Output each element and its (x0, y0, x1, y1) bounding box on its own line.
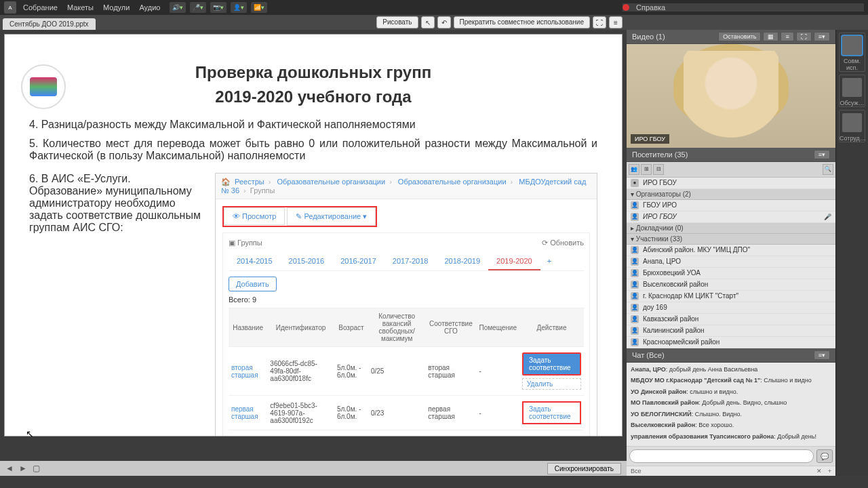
layout-sidebar: Совм. исп. Обсуж… Сотруд… (835, 30, 868, 476)
stop-share-button[interactable]: Прекратить совместное использование (454, 16, 591, 28)
list-item[interactable]: 👤Абинский район. МКУ "ИМЦ ДПО" (627, 245, 835, 256)
speaker-icon[interactable]: 🔊▾ (170, 2, 186, 13)
menu-modules[interactable]: Модули (103, 3, 130, 12)
table-row: вторая старшая 36066cf5-dc85-49fa-80df-a… (229, 347, 584, 396)
chat-scope-label[interactable]: Все (631, 468, 642, 474)
slide: Проверка дошкольных групп 2019-2020 учеб… (4, 34, 623, 436)
slide-navbar: ◄ ► ▢ Синхронизировать (0, 461, 627, 476)
delete-link[interactable]: Удалить (522, 378, 581, 390)
list-item[interactable]: 👤Брюховецкий УОА (627, 268, 835, 279)
layout-thumb[interactable] (842, 36, 862, 55)
attendee-me[interactable]: ●ИРО ГБОУ (627, 178, 835, 189)
group-organizers[interactable]: ▾ Организаторы (2) (627, 189, 835, 200)
slide-title-1: Проверка дошкольных групп (17, 63, 610, 82)
chat-header: Чат (Все) ≡▾ (627, 348, 835, 363)
menu-bar: A Собрание Макеты Модули Аудио 🔊▾ 🎤▾ 📷▾ … (0, 0, 868, 15)
user-view-icon[interactable]: 👥 (629, 164, 639, 175)
slide-title-2: 2019-2020 учебного года (17, 87, 610, 106)
slide-p5: 5. Количество мест для перевода может бы… (29, 138, 597, 162)
ais-screenshot: 🏠 Реестры› Образовательные организации› … (215, 173, 597, 436)
view-tab[interactable]: 👁 Просмотр (224, 207, 285, 225)
strip-icon[interactable]: ≡ (781, 32, 793, 41)
pointer-icon[interactable]: ↖ (421, 16, 435, 28)
sync-button[interactable]: Синхронизировать (547, 463, 621, 474)
edit-tab[interactable]: ✎ Редактирование ▾ (287, 207, 376, 226)
stop-icon[interactable]: ▢ (33, 464, 40, 473)
search-icon[interactable]: 🔍 (823, 164, 833, 175)
year-tabs: 2014-2015 2015-2016 2016-2017 2017-2018 … (229, 253, 584, 271)
breakout-icon[interactable]: ⊟ (653, 164, 664, 175)
list-item[interactable]: 👤ГБОУ ИРО (627, 200, 835, 211)
slide-logo (21, 64, 66, 109)
status-icon[interactable]: 👤▾ (231, 2, 247, 13)
chat-input[interactable] (629, 449, 814, 463)
list-item[interactable]: 👤ИРО ГБОУ🎤 (627, 211, 835, 223)
status-view-icon[interactable]: ⊞ (641, 164, 652, 175)
set-match-button[interactable]: Задать соответствие (522, 352, 581, 375)
webcam-icon[interactable]: 📷▾ (210, 2, 226, 13)
breadcrumb: 🏠 Реестры› Образовательные организации› … (216, 174, 597, 199)
fullscreen-icon[interactable]: ⛶ (593, 16, 606, 28)
pod-options-icon[interactable]: ≡▾ (814, 32, 830, 41)
menu-audio[interactable]: Аудио (139, 3, 160, 12)
list-item[interactable]: 👤Калининский район (627, 325, 835, 337)
set-match-button[interactable]: Задать соответствие (522, 401, 581, 424)
next-slide-icon[interactable]: ► (19, 464, 27, 473)
undo-icon[interactable]: ↶ (437, 16, 451, 28)
groups-table: НазваниеИдентификаторВозраст Количество … (229, 308, 584, 430)
group-speakers[interactable]: ▸ Докладчики (0) (627, 223, 835, 234)
table-row: первая старшая cf9ebe01-5bc3-4619-907a-a… (229, 396, 584, 430)
send-icon[interactable]: 💬 (816, 449, 833, 463)
edit-highlight: 👁 Просмотр ✎ Редактирование ▾ (222, 206, 377, 227)
list-item[interactable]: 👤г. Краснодар КМ ЦИКТ "Старт" (627, 291, 835, 302)
stop-video-button[interactable]: Остановить (718, 32, 761, 41)
video-pod-header: Видео (1) Остановить ▦ ≡ ⛶ ≡▾ (627, 30, 835, 44)
menu-layouts[interactable]: Макеты (67, 3, 94, 12)
list-item[interactable]: 👤доу 169 (627, 302, 835, 314)
attendee-toolbar: 👥 ⊞ ⊟ 🔍 (627, 162, 835, 178)
refresh-link[interactable]: ⟳ Обновить (542, 239, 584, 247)
slide-p4: 4. Разница/разность между Максимальной и… (29, 119, 597, 131)
list-item[interactable]: 👤Анапа, ЦРО (627, 256, 835, 268)
close-icon[interactable]: ✕ + (816, 468, 831, 474)
chat-messages: Анапа, ЦРО: добрый день Анна Васильевна … (627, 363, 835, 447)
record-indicator (623, 4, 629, 11)
attendee-list: ●ИРО ГБОУ ▾ Организаторы (2) 👤ГБОУ ИРО 👤… (627, 178, 835, 348)
list-item[interactable]: 👤Выселковский район (627, 279, 835, 291)
prev-slide-icon[interactable]: ◄ (5, 464, 14, 473)
video-nametag: ИРО ГБОУ (631, 134, 669, 144)
fullscreen-icon[interactable]: ⛶ (796, 32, 812, 41)
document-tabstrip: Сентябрь ДОО 2019.pptx Рисовать ↖ ↶ Прек… (0, 15, 868, 30)
list-item[interactable]: 👤Красноармейский район (627, 337, 835, 348)
app-logo: A (4, 1, 16, 14)
video-feed: ИРО ГБОУ (627, 44, 835, 148)
list-item[interactable]: 👤Кавказский район (627, 314, 835, 325)
grid-icon[interactable]: ▦ (763, 32, 778, 41)
menu-meeting[interactable]: Собрание (23, 3, 58, 12)
attendees-header: Посетители (35) ≡▾ (627, 148, 835, 162)
group-participants[interactable]: ▾ Участники (33) (627, 234, 835, 245)
add-year-icon[interactable]: + (540, 253, 558, 270)
pod-options-icon[interactable]: ≡▾ (814, 350, 830, 360)
draw-button[interactable]: Рисовать (376, 16, 418, 28)
pod-options-icon[interactable]: ≡▾ (814, 150, 830, 159)
document-tab[interactable]: Сентябрь ДОО 2019.pptx (3, 18, 96, 30)
layout-thumb[interactable] (842, 78, 862, 97)
layout-thumb[interactable] (842, 113, 862, 132)
menu-help[interactable]: Справка (636, 3, 665, 12)
connection-icon[interactable]: 📶▾ (251, 2, 267, 13)
mic-icon: 🎤 (824, 214, 831, 220)
pod-menu-icon[interactable]: ≡ (609, 16, 623, 28)
add-button[interactable]: Добавить (229, 277, 277, 291)
total-label: Всего: 9 (229, 296, 584, 304)
mic-icon[interactable]: 🎤▾ (190, 2, 206, 13)
slide-p6: 6. В АИС «Е-Услуги. Образование» муницип… (29, 173, 204, 436)
